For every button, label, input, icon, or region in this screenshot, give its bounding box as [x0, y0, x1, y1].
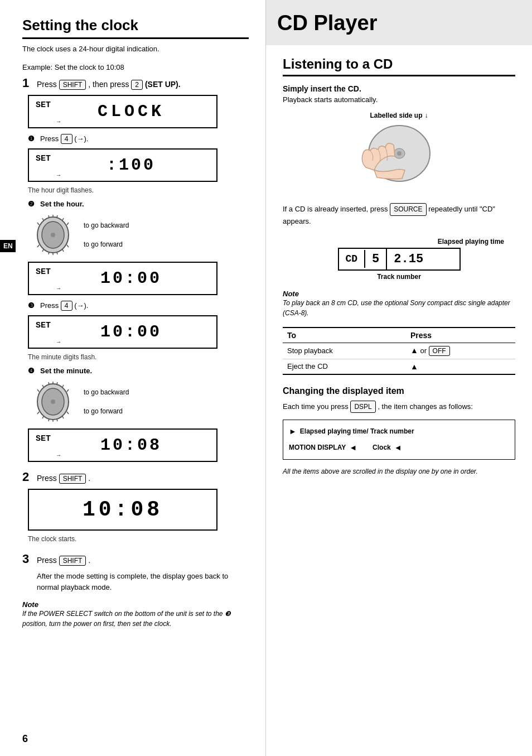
- sub-step-1-text: Press 4 (→).: [40, 134, 88, 144]
- lcd-set-5: SET: [36, 434, 51, 444]
- svg-line-31: [62, 416, 64, 418]
- knob-backward-1: to go backward: [84, 221, 129, 229]
- svg-line-23: [57, 382, 57, 384]
- lcd-set-3: SET: [36, 267, 51, 277]
- sub-step-1: ❶ Press 4 (→).: [28, 134, 249, 144]
- svg-line-10: [42, 249, 43, 252]
- table-col2: Press: [406, 328, 515, 343]
- lcd-set-2: SET: [36, 154, 51, 163]
- right-column: CD Player Listening to a CD Simply inser…: [266, 0, 532, 756]
- lcd-display-5: SET 10:08 →: [28, 428, 217, 462]
- table-action-2: Eject the CD: [283, 359, 406, 374]
- knob-section-2: to go backward to go forward: [33, 379, 249, 424]
- elapsed-track: 5: [365, 249, 387, 269]
- svg-line-2: [37, 223, 39, 225]
- knob-section-1: to go backward to go forward: [33, 213, 249, 257]
- lcd-caption-2: The minute digits flash.: [28, 353, 249, 361]
- step-1-text: Press SHIFT , then press 2 (SET UP).: [37, 80, 181, 90]
- note-title: Note: [22, 600, 249, 609]
- sub-step-3: ❸ Press 4 (→).: [28, 301, 249, 311]
- svg-line-3: [42, 218, 43, 220]
- flow-row-bottom: MOTION DISPLAY ◄ Clock ◄: [289, 441, 509, 455]
- lcd-display-6: 10:08: [28, 489, 217, 531]
- lcd-arrow-1: →: [57, 119, 60, 125]
- sub-step-4: ❹ Set the minute.: [28, 367, 249, 375]
- lcd-display-1: SET CLOCK →: [28, 95, 217, 128]
- svg-point-36: [397, 151, 402, 156]
- flow-top-label: Elapsed playing time/ Track number: [300, 426, 414, 438]
- dspl-key: DSPL: [350, 401, 375, 413]
- svg-line-8: [67, 223, 69, 225]
- step-3: 3 Press SHIFT . After the mode setting i…: [22, 552, 249, 593]
- playback-starts: Playback starts automatically.: [283, 95, 515, 104]
- flow-motion-label: MOTION DISPLAY: [289, 442, 346, 454]
- lcd-arrow-2: →: [57, 172, 60, 179]
- knob-image-2: [33, 379, 72, 424]
- flow-left-arrow-2-icon: ◄: [394, 441, 402, 455]
- sub-step-1-num: ❶: [28, 134, 37, 143]
- table-press-1: ▲ or OFF: [406, 343, 515, 359]
- svg-line-15: [67, 245, 69, 247]
- changing-title: Changing the displayed item: [283, 386, 515, 396]
- eject-icon-2: ▲: [410, 362, 418, 371]
- svg-line-6: [57, 215, 57, 218]
- lcd-set-1: SET: [36, 100, 51, 110]
- lcd-display-2: SET :100 →: [28, 148, 217, 182]
- step-2-num: 2: [22, 470, 32, 484]
- svg-line-32: [67, 412, 69, 414]
- table-press-2: ▲: [406, 359, 515, 374]
- knob-backward-2: to go backward: [84, 388, 129, 396]
- cd-illustration: Labelled side up ↓: [283, 112, 515, 195]
- section-title: Listening to a CD: [283, 56, 515, 76]
- svg-line-9: [37, 245, 39, 247]
- step-3-desc: After the mode setting is complete, the …: [37, 571, 249, 593]
- track-number-label: Track number: [283, 273, 515, 281]
- svg-line-25: [67, 389, 69, 392]
- elapsed-label: Elapsed playing time: [438, 238, 504, 245]
- sub-step-3-num: ❸: [28, 301, 37, 310]
- svg-line-4: [49, 215, 49, 218]
- lcd-main-1: CLOCK: [37, 102, 209, 121]
- left-note: Note If the POWER SELECT switch on the b…: [22, 600, 249, 629]
- note-text: If the POWER SELECT switch on the bottom…: [22, 609, 249, 629]
- changing-text: Each time you press DSPL , the item chan…: [283, 401, 515, 413]
- lcd-main-2: :100: [37, 156, 209, 175]
- 2-key: 2: [131, 80, 143, 90]
- if-cd-text: If a CD is already inserted, press SOURC…: [283, 203, 515, 228]
- flow-diagram: ► Elapsed playing time/ Track number MOT…: [283, 420, 515, 460]
- step-3-text: Press SHIFT .: [37, 556, 90, 566]
- press-table: To Press Stop playback ▲ or OFF Eject th…: [283, 327, 515, 375]
- sub-step-2-num: ❷: [28, 200, 37, 208]
- flow-left-arrow-1-icon: ◄: [349, 441, 357, 455]
- step-3-num: 3: [22, 552, 32, 566]
- eject-icon-1: ▲: [410, 346, 418, 355]
- flow-right-arrow-icon: ►: [289, 425, 297, 439]
- svg-line-7: [62, 218, 64, 220]
- elapsed-time: 2.15: [387, 249, 430, 269]
- all-items-note: All the items above are scrolled in the …: [283, 466, 515, 476]
- labelled-side-label: Labelled side up ↓: [370, 112, 428, 119]
- sub-step-4-num: ❹: [28, 367, 37, 375]
- lcd-arrow-5: →: [57, 452, 60, 459]
- cd-player-header: CD Player: [266, 0, 532, 45]
- step-1-num: 1: [22, 76, 32, 90]
- lcd-arrow-4: →: [57, 339, 60, 345]
- flow-clock-label: Clock: [373, 442, 391, 454]
- knob-labels-2: to go backward to go forward: [84, 388, 129, 415]
- page-title: Setting the clock: [22, 17, 249, 39]
- page-number: 6: [22, 733, 28, 745]
- svg-line-30: [57, 419, 57, 421]
- svg-point-33: [51, 399, 55, 404]
- lcd-main-5: 10:08: [37, 436, 209, 455]
- svg-line-14: [62, 249, 64, 252]
- cd-hand-svg: [349, 123, 449, 195]
- svg-line-27: [42, 416, 43, 418]
- svg-line-20: [42, 385, 43, 387]
- svg-line-13: [57, 252, 57, 254]
- subtitle: The clock uses a 24-hour digital indicat…: [22, 45, 249, 53]
- knob-forward-2: to go forward: [84, 407, 129, 415]
- 4-key-1: 4: [61, 134, 72, 144]
- step-1: 1 Press SHIFT , then press 2 (SET UP).: [22, 76, 249, 90]
- knob-image-1: [33, 213, 72, 257]
- right-note-title: Note: [283, 290, 515, 298]
